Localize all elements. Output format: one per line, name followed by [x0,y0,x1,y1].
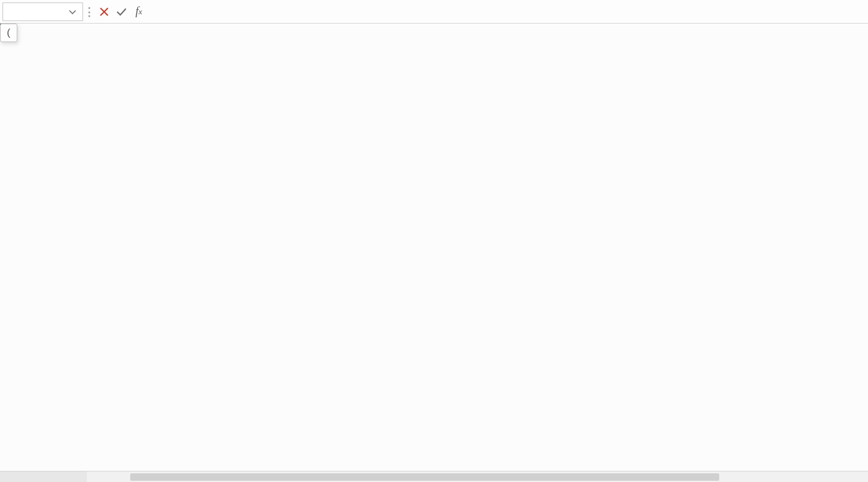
cancel-button[interactable] [95,2,113,21]
sheet-tab-area[interactable] [0,471,87,482]
spreadsheet-grid[interactable]: ( [0,24,868,471]
formula-bar: ⋮ fx [0,0,868,24]
horizontal-scrollbar[interactable] [0,471,868,482]
function-tooltip[interactable]: ( [0,24,17,42]
chevron-down-icon[interactable] [66,7,79,17]
scrollbar-thumb[interactable] [130,473,719,481]
name-box[interactable] [2,2,83,21]
separator-icon: ⋮ [83,5,95,19]
fx-icon[interactable]: fx [130,2,148,21]
formula-input[interactable] [148,2,868,21]
accept-button[interactable] [113,2,130,21]
